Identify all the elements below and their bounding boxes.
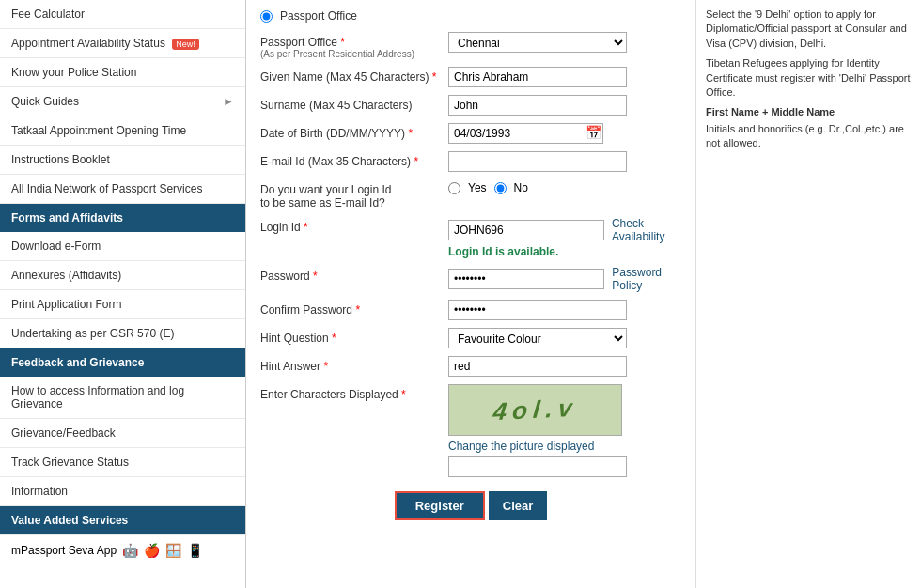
radio-yes-label: Yes bbox=[468, 181, 487, 194]
login-same-as-email-label: Do you want your Login Id to be same as … bbox=[260, 179, 448, 209]
login-id-available-message: Login Id is available. bbox=[448, 245, 558, 258]
login-id-label: Login Id * bbox=[260, 217, 448, 234]
hint-answer-label: Hint Answer * bbox=[260, 356, 448, 373]
hint-answer-input[interactable] bbox=[448, 356, 627, 377]
surname-row: Surname (Max 45 Characters) bbox=[260, 95, 681, 116]
sidebar-item-label: Undertaking as per GSR 570 (E) bbox=[11, 327, 174, 340]
button-row: Register Clear bbox=[260, 491, 681, 520]
sidebar-item-know-police-station[interactable]: Know your Police Station bbox=[0, 58, 245, 87]
sidebar-item-label: How to access Information and log Grieva… bbox=[11, 384, 184, 410]
info-tibetan-note: Tibetan Refugees applying for Identity C… bbox=[706, 56, 912, 100]
sidebar-item-how-to-access[interactable]: How to access Information and log Grieva… bbox=[0, 377, 245, 419]
login-same-yes-radio[interactable] bbox=[448, 182, 460, 194]
check-availability-link[interactable]: Check Availability bbox=[612, 217, 688, 243]
sidebar-item-label: Appointment Availability Status bbox=[11, 37, 165, 50]
dob-row: Date of Birth (DD/MM/YYYY) * 📅 bbox=[260, 123, 681, 144]
sidebar-item-label: Annexures (Affidavits) bbox=[11, 269, 121, 282]
hint-question-label: Hint Question * bbox=[260, 328, 448, 345]
sidebar-item-label: Download e-Form bbox=[11, 240, 101, 253]
windows-icon: 🪟 bbox=[165, 543, 181, 558]
sidebar-item-information[interactable]: Information bbox=[0, 477, 245, 506]
hint-answer-row: Hint Answer * bbox=[260, 356, 681, 377]
sidebar-item-label: All India Network of Passport Services bbox=[11, 182, 202, 195]
change-picture-link[interactable]: Change the picture displayed bbox=[448, 440, 681, 453]
passport-office-radio-row: Passport Office bbox=[260, 9, 681, 23]
captcha-display-text: 4ol.v bbox=[492, 394, 579, 427]
sidebar-item-download-eform[interactable]: Download e-Form bbox=[0, 232, 245, 261]
info-panel: Select the '9 Delhi' option to apply for… bbox=[695, 0, 921, 588]
chevron-right-icon: ► bbox=[223, 95, 234, 108]
passport-office-row: Passport Office * (As per Present Reside… bbox=[260, 32, 681, 59]
surname-input[interactable] bbox=[448, 95, 627, 116]
captcha-row: Enter Characters Displayed * 4ol.v Chang… bbox=[260, 384, 681, 477]
sidebar-item-label: Instructions Booklet bbox=[11, 153, 110, 166]
radio-no-label: No bbox=[514, 181, 528, 194]
new-badge: New! bbox=[172, 39, 199, 50]
email-label: E-mail Id (Max 35 Characters) * bbox=[260, 151, 448, 168]
sidebar-item-label: Information bbox=[11, 485, 68, 498]
sidebar-item-undertaking[interactable]: Undertaking as per GSR 570 (E) bbox=[0, 319, 245, 348]
sidebar-item-fee-calculator[interactable]: Fee Calculator bbox=[0, 0, 245, 29]
sidebar-item-quick-guides[interactable]: Quick Guides ► bbox=[0, 87, 245, 116]
captcha-image: 4ol.v bbox=[448, 384, 622, 436]
sidebar: Fee Calculator Appointment Availability … bbox=[0, 0, 246, 588]
sidebar-item-label: Know your Police Station bbox=[11, 66, 136, 79]
login-same-no-radio[interactable] bbox=[494, 182, 507, 194]
confirm-password-input[interactable] bbox=[448, 300, 627, 320]
blackberry-icon: 📱 bbox=[187, 543, 203, 558]
sidebar-item-label: Track Grievance Status bbox=[11, 456, 129, 469]
sidebar-item-label: Tatkaal Appointment Opening Time bbox=[11, 124, 186, 137]
hint-question-select[interactable]: Favourite Colour Mother's Maiden Name Pe… bbox=[448, 328, 627, 348]
captcha-input[interactable] bbox=[448, 456, 627, 477]
login-same-as-email-row: Do you want your Login Id to be same as … bbox=[260, 179, 681, 209]
sidebar-item-all-india-network[interactable]: All India Network of Passport Services bbox=[0, 175, 245, 204]
android-icon: 🤖 bbox=[122, 543, 138, 558]
sidebar-item-annexures[interactable]: Annexures (Affidavits) bbox=[0, 261, 245, 290]
sidebar-item-label: Quick Guides bbox=[11, 95, 79, 108]
register-button[interactable]: Register bbox=[395, 491, 485, 520]
login-id-row: Login Id * Check Availability Login Id i… bbox=[260, 217, 681, 258]
passport-office-select[interactable]: Chennai Delhi Mumbai Kolkata bbox=[448, 32, 627, 53]
hint-question-row: Hint Question * Favourite Colour Mother'… bbox=[260, 328, 681, 348]
main-form-area: Passport Office Passport Office * (As pe… bbox=[246, 0, 695, 588]
sidebar-header-feedback-grievance: Feedback and Grievance bbox=[0, 348, 245, 377]
sidebar-item-mpassport[interactable]: mPassport Seva App 🤖 🍎 🪟 📱 bbox=[0, 534, 245, 565]
dob-label: Date of Birth (DD/MM/YYYY) * bbox=[260, 123, 448, 140]
login-id-input[interactable] bbox=[448, 220, 604, 240]
passport-office-radio[interactable] bbox=[260, 10, 273, 23]
given-name-row: Given Name (Max 45 Characters) * bbox=[260, 67, 681, 87]
calendar-icon[interactable]: 📅 bbox=[585, 125, 601, 140]
sidebar-item-print-application[interactable]: Print Application Form bbox=[0, 290, 245, 319]
info-name-section-title: First Name + Middle Name bbox=[706, 105, 912, 119]
sidebar-item-tatkaal[interactable]: Tatkaal Appointment Opening Time bbox=[0, 116, 245, 146]
given-name-label: Given Name (Max 45 Characters) * bbox=[260, 67, 448, 84]
passport-office-radio-label: Passport Office bbox=[280, 9, 357, 23]
dob-input[interactable] bbox=[448, 123, 603, 144]
password-input[interactable] bbox=[448, 269, 604, 289]
email-input[interactable] bbox=[448, 151, 627, 172]
password-policy-link[interactable]: Password Policy bbox=[612, 266, 683, 292]
info-name-note: Initials and honorifics (e.g. Dr.,Col.,e… bbox=[706, 122, 912, 151]
captcha-label: Enter Characters Displayed * bbox=[260, 384, 448, 401]
clear-button[interactable]: Clear bbox=[489, 491, 548, 520]
sidebar-item-label: Grievance/Feedback bbox=[11, 426, 116, 440]
info-delhi-note: Select the '9 Delhi' option to apply for… bbox=[706, 8, 912, 51]
sidebar-item-label: Fee Calculator bbox=[11, 8, 85, 21]
surname-label: Surname (Max 45 Characters) bbox=[260, 95, 448, 112]
given-name-input[interactable] bbox=[448, 67, 627, 87]
passport-office-label: Passport Office * (As per Present Reside… bbox=[260, 32, 448, 59]
sidebar-item-track-grievance[interactable]: Track Grievance Status bbox=[0, 448, 245, 477]
password-label: Password * bbox=[260, 266, 448, 283]
sidebar-header-forms-affidavits: Forms and Affidavits bbox=[0, 204, 245, 232]
password-row: Password * Password Policy bbox=[260, 266, 681, 292]
confirm-password-label: Confirm Password * bbox=[260, 300, 448, 317]
sidebar-item-grievance-feedback[interactable]: Grievance/Feedback bbox=[0, 419, 245, 448]
apple-icon: 🍎 bbox=[144, 543, 160, 558]
sidebar-item-appointment-status[interactable]: Appointment Availability Status New! bbox=[0, 29, 245, 58]
sidebar-item-label: Print Application Form bbox=[11, 298, 121, 311]
sidebar-item-label: mPassport Seva App bbox=[11, 544, 117, 557]
email-row: E-mail Id (Max 35 Characters) * bbox=[260, 151, 681, 172]
confirm-password-row: Confirm Password * bbox=[260, 300, 681, 320]
sidebar-item-instructions-booklet[interactable]: Instructions Booklet bbox=[0, 146, 245, 175]
sidebar-header-value-added: Value Added Services bbox=[0, 506, 245, 534]
